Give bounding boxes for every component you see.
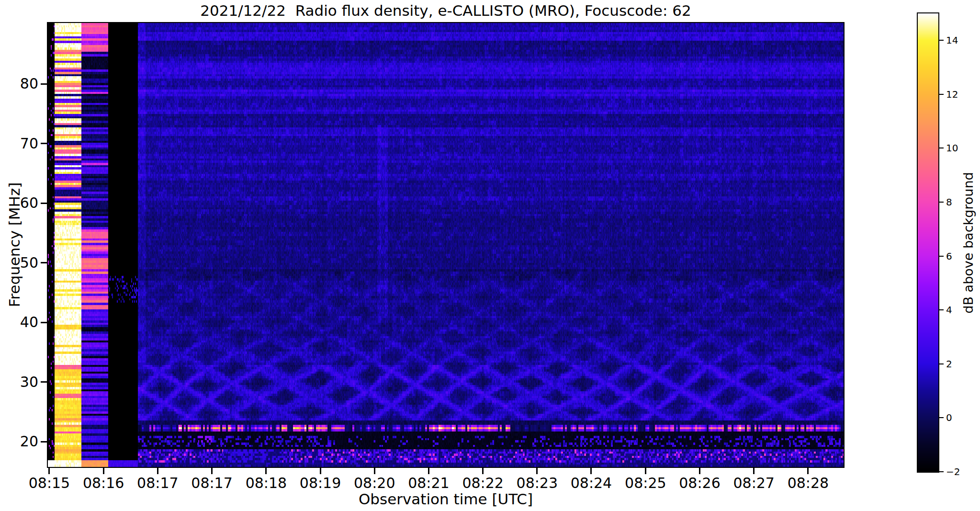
colorbar-tick-label: 10 xyxy=(946,142,975,154)
x-tick-mark xyxy=(807,468,809,474)
x-tick-mark xyxy=(645,468,646,474)
spectrogram-canvas xyxy=(48,23,844,467)
y-tick-label: 20 xyxy=(4,433,38,450)
plot-area xyxy=(47,22,845,468)
colorbar-tick-label: 0 xyxy=(946,412,975,423)
x-tick-mark xyxy=(753,468,755,474)
colorbar-tick-mark xyxy=(939,309,944,310)
y-tick-mark xyxy=(41,203,47,204)
y-tick-label: 70 xyxy=(4,136,38,152)
colorbar-tick-mark xyxy=(939,148,944,148)
y-tick-mark xyxy=(41,83,47,85)
x-axis-label: Observation time [UTC] xyxy=(48,490,844,508)
colorbar-tick-mark xyxy=(939,417,944,418)
x-tick-mark xyxy=(482,468,484,474)
y-tick-mark xyxy=(41,322,47,323)
y-tick-label: 80 xyxy=(4,76,38,92)
colorbar-tick-label: 14 xyxy=(946,34,975,46)
y-tick-label: 40 xyxy=(4,314,38,330)
colorbar-tick-label: −2 xyxy=(946,466,975,477)
x-tick-mark xyxy=(374,468,375,474)
x-tick-mark xyxy=(265,468,267,474)
y-tick-label: 30 xyxy=(4,374,38,390)
y-tick-mark xyxy=(41,381,47,383)
y-tick-mark xyxy=(41,143,47,144)
colorbar-label: dB above background xyxy=(961,172,976,313)
x-tick-mark xyxy=(103,468,104,474)
figure-root: 2021/12/22 Radio flux density, e-CALLIST… xyxy=(0,0,980,511)
x-tick-mark xyxy=(320,468,321,474)
x-tick-label: 08:28 xyxy=(775,475,842,491)
colorbar-tick-mark xyxy=(939,363,944,364)
x-tick-mark xyxy=(211,468,213,474)
x-tick-mark xyxy=(536,468,538,474)
colorbar-tick-label: 2 xyxy=(946,358,975,370)
colorbar-tick-mark xyxy=(939,256,944,257)
colorbar-tick-mark xyxy=(939,40,944,41)
colorbar-tick-label: 12 xyxy=(946,89,975,100)
x-tick-mark xyxy=(48,468,50,474)
x-tick-mark xyxy=(590,468,592,474)
colorbar-tick-mark xyxy=(939,94,944,95)
colorbar-tick-mark xyxy=(939,471,944,472)
colorbar-gradient xyxy=(918,13,938,472)
y-axis-label: Frequency [MHz] xyxy=(6,182,23,307)
plot-title: 2021/12/22 Radio flux density, e-CALLIST… xyxy=(48,2,844,19)
y-tick-mark xyxy=(41,262,47,263)
colorbar-tick-mark xyxy=(939,202,944,203)
x-tick-mark xyxy=(428,468,429,474)
y-tick-mark xyxy=(41,441,47,443)
x-tick-mark xyxy=(157,468,158,474)
x-tick-mark xyxy=(699,468,700,474)
colorbar xyxy=(917,12,939,473)
